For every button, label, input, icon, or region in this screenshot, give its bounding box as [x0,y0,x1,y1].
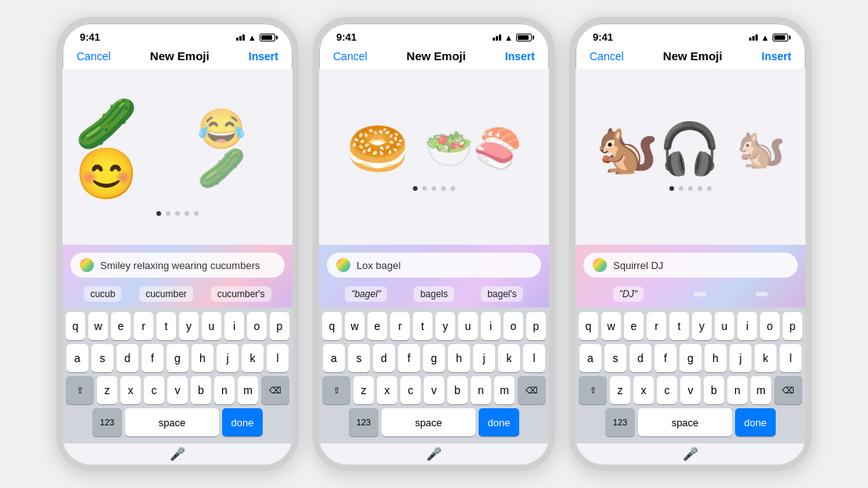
key-k-3[interactable]: k [755,344,777,372]
key-l-3[interactable]: l [780,344,802,372]
autocomplete-2-2[interactable]: bagels [414,286,454,302]
text-input-text-2[interactable]: Lox bagel [357,260,532,271]
key-t-3[interactable]: t [669,312,689,340]
insert-button-3[interactable]: Insert [762,50,791,63]
key-a-3[interactable]: a [579,344,601,372]
key-x-1[interactable]: x [120,376,141,404]
key-m-1[interactable]: m [238,376,258,404]
cancel-button-3[interactable]: Cancel [590,50,624,63]
key-v-3[interactable]: v [680,376,701,404]
key-space-1[interactable]: space [125,408,219,436]
key-s-3[interactable]: s [604,344,626,372]
key-x-3[interactable]: x [633,376,654,404]
key-g-3[interactable]: g [680,344,701,372]
key-i-1[interactable]: i [224,312,244,340]
key-o-3[interactable]: o [760,312,780,340]
key-c-3[interactable]: c [657,376,677,404]
key-u-2[interactable]: u [458,312,478,340]
key-shift-3[interactable]: ⇧ [579,376,607,404]
key-i-2[interactable]: i [481,312,500,340]
autocomplete-3-3[interactable] [755,292,768,296]
key-done-1[interactable]: done [222,408,263,436]
key-h-1[interactable]: h [192,344,213,372]
key-b-1[interactable]: b [191,376,211,404]
key-numbers-1[interactable]: 123 [92,408,122,436]
mic-icon-3[interactable]: 🎤 [683,447,698,461]
key-u-3[interactable]: u [715,312,734,340]
key-o-2[interactable]: o [504,312,523,340]
mic-icon-2[interactable]: 🎤 [426,447,442,461]
key-j-1[interactable]: j [217,344,239,372]
key-r-1[interactable]: r [134,312,153,340]
key-space-2[interactable]: space [382,408,475,436]
key-e-2[interactable]: e [368,312,387,340]
key-p-3[interactable]: p [783,312,802,340]
key-n-1[interactable]: n [214,376,235,404]
key-delete-3[interactable]: ⌫ [774,376,802,404]
key-shift-1[interactable]: ⇧ [66,376,94,404]
key-w-3[interactable]: w [601,312,621,340]
key-done-3[interactable]: done [735,408,776,436]
text-input-row-3[interactable]: Squirrel DJ [583,253,798,278]
insert-button-1[interactable]: Insert [249,50,278,63]
autocomplete-2-3[interactable]: bagel's [481,286,523,302]
key-s-2[interactable]: s [348,344,370,372]
cancel-button-2[interactable]: Cancel [333,50,368,63]
key-q-2[interactable]: q [322,312,342,340]
key-f-2[interactable]: f [398,344,420,372]
key-v-1[interactable]: v [167,376,188,404]
key-p-1[interactable]: p [270,312,289,340]
text-input-text-3[interactable]: Squirrel DJ [613,260,788,271]
autocomplete-1-1[interactable]: cucub [84,286,121,302]
key-numbers-2[interactable]: 123 [349,408,378,436]
key-numbers-3[interactable]: 123 [605,408,635,436]
key-w-2[interactable]: w [345,312,364,340]
key-shift-2[interactable]: ⇧ [322,376,350,404]
key-l-1[interactable]: l [267,344,289,372]
cancel-button-1[interactable]: Cancel [77,50,111,63]
key-n-2[interactable]: n [471,376,491,404]
key-z-3[interactable]: z [610,376,630,404]
key-j-2[interactable]: j [473,344,495,372]
key-g-2[interactable]: g [423,344,445,372]
key-z-2[interactable]: z [353,376,374,404]
key-k-2[interactable]: k [498,344,520,372]
key-d-3[interactable]: d [629,344,651,372]
key-k-1[interactable]: k [242,344,264,372]
autocomplete-3-1[interactable]: "DJ" [613,286,644,302]
autocomplete-2-1[interactable]: "bagel" [345,286,387,302]
key-g-1[interactable]: g [167,344,188,372]
text-input-row-1[interactable]: Smiley relaxing wearing cucumbers [70,253,285,278]
text-input-text-1[interactable]: Smiley relaxing wearing cucumbers [100,260,275,271]
key-r-3[interactable]: r [647,312,666,340]
key-x-2[interactable]: x [377,376,397,404]
key-q-1[interactable]: q [66,312,85,340]
key-i-3[interactable]: i [737,312,757,340]
autocomplete-1-3[interactable]: cucumber's [211,286,271,302]
key-w-1[interactable]: w [88,312,108,340]
key-d-2[interactable]: d [373,344,395,372]
key-n-3[interactable]: n [727,376,748,404]
key-t-1[interactable]: t [156,312,176,340]
key-p-2[interactable]: p [526,312,546,340]
key-c-1[interactable]: c [144,376,164,404]
key-y-3[interactable]: y [692,312,712,340]
key-space-3[interactable]: space [638,408,732,436]
key-done-2[interactable]: done [479,408,519,436]
key-j-3[interactable]: j [730,344,751,372]
key-m-3[interactable]: m [751,376,771,404]
key-h-3[interactable]: h [705,344,726,372]
key-v-2[interactable]: v [424,376,444,404]
key-u-1[interactable]: u [202,312,221,340]
key-t-2[interactable]: t [413,312,432,340]
key-q-3[interactable]: q [579,312,598,340]
key-y-1[interactable]: y [179,312,199,340]
key-e-1[interactable]: e [111,312,131,340]
mic-icon-1[interactable]: 🎤 [170,447,185,461]
key-c-2[interactable]: c [400,376,421,404]
key-z-1[interactable]: z [97,376,117,404]
key-m-2[interactable]: m [494,376,515,404]
key-delete-1[interactable]: ⌫ [261,376,289,404]
text-input-row-2[interactable]: Lox bagel [327,253,541,278]
key-h-2[interactable]: h [448,344,470,372]
